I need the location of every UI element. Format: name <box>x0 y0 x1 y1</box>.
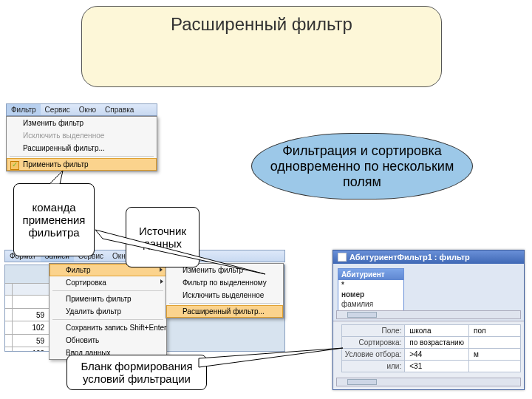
svg-marker-2 <box>199 348 343 367</box>
window-title: АбитуриентФильтр1 : фильтр <box>349 253 470 262</box>
window-icon <box>338 253 347 262</box>
mi-advanced-filter[interactable]: Расширенный фильтр... <box>7 142 157 154</box>
cell-sort-2[interactable] <box>469 337 521 349</box>
menu-separator <box>52 290 163 291</box>
callout-criteria-form-text: Бланк формирования условий фильтрации <box>81 360 192 385</box>
mi-apply-filter[interactable]: Применить фильтр <box>7 158 157 171</box>
svg-marker-0 <box>50 171 63 184</box>
description-text: Фильтрация и сортировка одновременно по … <box>267 143 457 190</box>
scrollbar-thumb[interactable] <box>347 312 377 318</box>
cell-or-2[interactable] <box>469 361 521 372</box>
mi-refresh[interactable]: Обновить <box>50 334 166 347</box>
horizontal-scrollbar-2[interactable] <box>336 378 521 386</box>
description-bubble: Фильтрация и сортировка одновременно по … <box>251 133 473 200</box>
filter-design-grid: Поле: школа пол Сортировка: по возрастан… <box>341 324 521 372</box>
callout-tail <box>199 348 347 378</box>
horizontal-scrollbar[interactable] <box>336 310 521 319</box>
mi-apply-filter-2[interactable]: Применить фильтр <box>50 293 166 305</box>
mi-exclude-selection: Исключить выделенное <box>7 129 157 142</box>
mi-exclude-selection-2[interactable]: Исключить выделенное <box>166 289 283 301</box>
cell-crit-1[interactable]: >44 <box>405 349 469 361</box>
row-label-sort: Сортировка: <box>341 337 405 349</box>
menu-service[interactable]: Сервис <box>41 104 75 115</box>
callout-criteria-form: Бланк формирования условий фильтрации <box>66 355 207 390</box>
filter-menu-screenshot: Фильтр Сервис Окно Справка Изменить филь… <box>6 103 157 171</box>
mi-save-record[interactable]: Сохранить запись Shift+Enter <box>50 321 166 334</box>
callout-apply-command-text: команда применения фильитра <box>23 201 86 239</box>
cell-sort-1[interactable]: по возрастанию <box>405 337 469 349</box>
callout-tail <box>50 171 72 184</box>
row-label-or: или: <box>341 361 405 372</box>
mi-edit-filter[interactable]: Изменить фильтр <box>7 117 157 129</box>
filter-dropdown: Изменить фильтр Исключить выделенное Рас… <box>6 116 157 171</box>
title-bubble: Расширенный фильтр <box>81 6 442 87</box>
menu-window[interactable]: Окно <box>75 104 100 115</box>
source-table-name: Абитуриент <box>338 269 403 280</box>
window-titlebar[interactable]: АбитуриентФильтр1 : фильтр <box>333 250 524 264</box>
menu-separator <box>169 303 280 304</box>
cell-or-1[interactable]: <31 <box>405 361 469 372</box>
callout-tail <box>95 230 273 289</box>
cell-crit-2[interactable]: м <box>469 349 521 361</box>
mi-apply-filter-label: Применить фильтр <box>23 160 89 168</box>
menu-separator <box>10 156 154 157</box>
field-number[interactable]: номер <box>338 290 403 299</box>
filter-design-grid-pane: Поле: школа пол Сортировка: по возрастан… <box>333 321 524 388</box>
check-icon <box>10 161 19 170</box>
menu-help[interactable]: Справка <box>100 104 138 115</box>
callout-data-source: Источник данных <box>126 207 200 267</box>
callout-apply-command: команда применения фильитра <box>13 183 95 256</box>
field-star[interactable]: * <box>338 280 403 290</box>
filter-source-pane: Абитуриент * номер фамилия дата рожден <box>333 264 524 321</box>
scrollbar-thumb[interactable] <box>347 379 377 385</box>
menu-separator <box>52 319 163 320</box>
cell-field-2[interactable]: пол <box>469 325 521 337</box>
row-label-criteria: Условие отбора: <box>341 349 405 361</box>
mi-remove-filter[interactable]: Удалить фильтр <box>50 305 166 318</box>
menu-filter[interactable]: Фильтр <box>7 104 41 115</box>
svg-marker-1 <box>95 230 265 274</box>
mi-advanced-filter-2[interactable]: Расширенный фильтр... <box>166 305 283 318</box>
menubar: Фильтр Сервис Окно Справка <box>6 103 157 116</box>
field-surname[interactable]: фамилия <box>338 299 403 309</box>
cell-field-1[interactable]: школа <box>405 325 469 337</box>
filter-design-window: АбитуриентФильтр1 : фильтр Абитуриент * … <box>332 250 525 390</box>
title-text: Расширенный фильтр <box>171 14 352 34</box>
row-label-field: Поле: <box>341 325 405 337</box>
